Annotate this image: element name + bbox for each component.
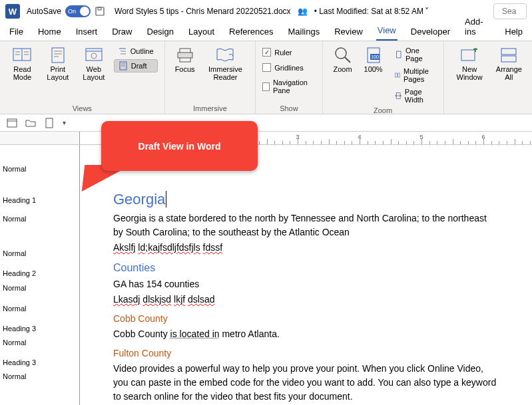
show-group-label: Show <box>262 103 315 112</box>
folder-icon[interactable] <box>25 118 36 128</box>
gridlines-checkbox[interactable]: Gridlines <box>262 62 315 73</box>
focus-button[interactable]: Focus <box>172 45 198 74</box>
svg-rect-40 <box>7 119 17 127</box>
svg-rect-10 <box>52 48 64 63</box>
multiple-pages-button[interactable]: Multiple Pages <box>391 66 437 84</box>
paragraph[interactable]: Georgia is a state bordered to the north… <box>113 211 499 239</box>
paragraph[interactable]: GA has 154 counties <box>113 277 499 291</box>
focus-icon <box>174 47 196 64</box>
ribbon-group-zoom: Zoom 100 100% One Page Multiple Pages Pa… <box>323 41 444 114</box>
paragraph[interactable]: Video provides a powerful way to help yo… <box>113 362 499 404</box>
new-window-button[interactable]: New Window <box>451 45 489 82</box>
document-content[interactable]: Georgia Georgia is a state bordered to t… <box>80 145 532 405</box>
draft-label: Draft <box>131 62 147 70</box>
read-mode-icon <box>11 47 33 64</box>
draft-icon <box>119 61 128 70</box>
arrange-all-icon <box>498 47 519 64</box>
last-modified-text: • Last Modified: Sat at 8:52 AM <box>314 7 423 16</box>
ruler-tick <box>522 141 523 144</box>
tab-help[interactable]: Help <box>503 24 524 41</box>
style-area-label: Heading 3 <box>0 323 39 326</box>
new-doc-icon[interactable] <box>44 118 55 128</box>
tab-developer[interactable]: Developer <box>409 24 451 41</box>
search-input[interactable] <box>502 7 522 16</box>
style-area-pane: NormalHeading 1NormalNormalHeading 2Norm… <box>0 145 80 405</box>
tab-view[interactable]: View <box>376 23 398 41</box>
tab-layout[interactable]: Layout <box>187 24 216 41</box>
navigation-pane-checkbox[interactable]: Navigation Pane <box>262 77 315 96</box>
last-modified-label[interactable]: • Last Modified: Sat at 8:52 AM ˅ <box>314 7 429 16</box>
heading-1[interactable]: Georgia <box>113 188 499 210</box>
annotation-callout: Draft View in Word <box>101 121 258 171</box>
ruler-gutter <box>0 132 80 144</box>
immersive-reader-button[interactable]: Immersive Reader <box>202 45 249 82</box>
svg-rect-32 <box>398 73 399 77</box>
heading-2[interactable]: Counties <box>113 260 499 276</box>
svg-point-16 <box>91 53 97 59</box>
sharing-icon[interactable]: 👥 <box>298 7 308 16</box>
window-icon[interactable] <box>7 118 17 128</box>
search-box[interactable] <box>493 3 527 19</box>
print-layout-button[interactable]: Print Layout <box>42 45 74 82</box>
one-page-label: One Page <box>405 47 432 63</box>
ruler-tick <box>491 141 492 144</box>
ruler-tick <box>398 141 399 144</box>
views-group-label: Views <box>7 103 158 112</box>
tab-insert[interactable]: Insert <box>75 24 99 41</box>
web-layout-label: Web Layout <box>81 65 107 81</box>
heading-3[interactable]: Cobb County <box>113 312 499 326</box>
outline-button[interactable]: Outline <box>114 45 158 57</box>
ruler-tick <box>282 141 283 144</box>
tab-draw[interactable]: Draw <box>111 24 133 41</box>
tab-home[interactable]: Home <box>37 24 63 41</box>
print-layout-icon <box>47 47 69 64</box>
checkbox-checked-icon: ✓ <box>262 48 271 57</box>
web-layout-button[interactable]: Web Layout <box>78 45 110 82</box>
new-window-icon <box>459 47 480 64</box>
zoom-100-button[interactable]: 100 100% <box>360 45 387 74</box>
paragraph[interactable]: Lkasdj dlskjsd lkjf dslsad <box>113 293 499 307</box>
read-mode-button[interactable]: Read Mode <box>7 45 38 82</box>
tab-references[interactable]: References <box>228 24 274 41</box>
save-icon[interactable] <box>95 6 105 17</box>
svg-text:100: 100 <box>371 55 379 59</box>
ruler-tick <box>453 139 453 144</box>
ruler-tick <box>352 141 352 144</box>
paragraph[interactable]: Akslfj ld;kajfsdljfdsfjls fdssf <box>113 241 499 255</box>
misspelled-text: ld;kajfsdljfdsfjls <box>138 242 200 253</box>
tab-addins[interactable]: Add-ins <box>463 14 491 41</box>
ruler-row: 1234567 <box>0 132 532 145</box>
paragraph[interactable]: Cobb County is located in metro Atlanta. <box>113 327 499 341</box>
ribbon-group-window: New Window Arrange All <box>444 41 533 114</box>
tab-file[interactable]: File <box>8 24 25 41</box>
chevron-down-icon[interactable]: ▾ <box>63 119 66 126</box>
autosave-toggle[interactable]: On <box>65 5 91 17</box>
zoom-100-icon: 100 <box>363 47 384 64</box>
new-window-label: New Window <box>453 65 486 81</box>
ruler-tick <box>406 141 407 144</box>
zoom-button[interactable]: Zoom <box>330 45 356 74</box>
menu-tabs: File Home Insert Draw Design Layout Refe… <box>0 23 532 41</box>
ribbon-group-immersive: Focus Immersive Reader Immersive <box>165 41 256 114</box>
tab-design[interactable]: Design <box>146 24 175 41</box>
svg-rect-24 <box>178 53 192 58</box>
focus-label: Focus <box>175 65 195 73</box>
grammar-text: is located in <box>170 329 220 339</box>
quick-access-bar: ▾ <box>0 114 532 132</box>
ruler-tick <box>391 139 392 144</box>
document-title: Word Styles 5 tips - Chris Menard 202205… <box>115 7 291 16</box>
heading-3[interactable]: Fulton County <box>113 346 499 360</box>
ruler-checkbox[interactable]: ✓ Ruler <box>262 47 315 58</box>
immersive-group-label: Immersive <box>172 103 249 112</box>
arrange-all-button[interactable]: Arrange All <box>493 45 525 82</box>
immersive-reader-icon <box>214 47 236 64</box>
page-width-button[interactable]: Page Width <box>391 86 437 105</box>
one-page-button[interactable]: One Page <box>391 45 437 64</box>
ribbon-group-views: Read Mode Print Layout Web Layout Outlin… <box>0 41 165 114</box>
tab-mailings[interactable]: Mailings <box>287 24 322 41</box>
svg-rect-35 <box>461 50 475 61</box>
draft-button[interactable]: Draft <box>114 59 158 72</box>
tab-review[interactable]: Review <box>333 24 364 41</box>
ruler-tick <box>329 139 330 144</box>
word-app-icon: W <box>5 4 20 19</box>
